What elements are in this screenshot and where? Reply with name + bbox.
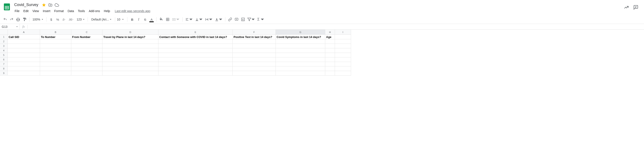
cell-E7[interactable] <box>158 62 233 66</box>
cell-G5[interactable] <box>276 53 325 57</box>
filter-button[interactable] <box>246 16 256 23</box>
font-family-dropdown[interactable]: Default (Ari... <box>90 18 113 21</box>
cell-G8[interactable] <box>276 66 325 71</box>
cell-I4[interactable] <box>335 48 351 53</box>
cell-D3[interactable] <box>102 44 158 48</box>
cell-G3[interactable] <box>276 44 325 48</box>
cell-A2[interactable] <box>8 39 40 44</box>
cell-D5[interactable] <box>102 53 158 57</box>
cell-G7[interactable] <box>276 62 325 66</box>
cell-A3[interactable] <box>8 44 40 48</box>
row-header-2[interactable]: 2 <box>0 39 8 44</box>
sheets-logo[interactable] <box>2 3 11 11</box>
cell-G6[interactable] <box>276 57 325 62</box>
cell-F1[interactable]: Positive Test in last 14 days? <box>233 35 276 39</box>
menu-format[interactable]: Format <box>52 9 66 14</box>
column-header-I[interactable]: I <box>335 30 351 35</box>
cell-D1[interactable]: Travel by Plane in last 14 days? <box>102 35 158 39</box>
menu-addons[interactable]: Add-ons <box>87 9 102 14</box>
cell-C6[interactable] <box>71 57 102 62</box>
cell-C1[interactable]: From Number <box>71 35 102 39</box>
decrease-decimal-button[interactable]: .0← <box>61 16 67 23</box>
currency-button[interactable]: $ <box>48 16 54 23</box>
cell-D4[interactable] <box>102 48 158 53</box>
cell-I6[interactable] <box>335 57 351 62</box>
cloud-status-icon[interactable] <box>55 3 59 7</box>
column-header-F[interactable]: F <box>233 30 276 35</box>
cell-H6[interactable] <box>325 57 335 62</box>
cell-E6[interactable] <box>158 57 233 62</box>
cell-H1[interactable]: Age <box>325 35 335 39</box>
zoom-dropdown[interactable]: 100% <box>31 18 44 21</box>
column-header-H[interactable]: H <box>325 30 335 35</box>
cell-C8[interactable] <box>71 66 102 71</box>
row-header-7[interactable]: 7 <box>0 62 8 66</box>
column-header-A[interactable]: A <box>8 30 40 35</box>
insert-comment-button[interactable] <box>234 16 240 23</box>
cell-F3[interactable] <box>233 44 276 48</box>
cell-I3[interactable] <box>335 44 351 48</box>
menu-tools[interactable]: Tools <box>76 9 87 14</box>
cell-G2[interactable] <box>276 39 325 44</box>
doc-title[interactable]: Covid_Survey <box>13 2 40 8</box>
cell-D8[interactable] <box>102 66 158 71</box>
cell-C7[interactable] <box>71 62 102 66</box>
last-edit-link[interactable]: Last edit was seconds ago <box>115 9 150 13</box>
row-header-1[interactable]: 1 <box>0 35 8 39</box>
font-size-dropdown[interactable]: 10 <box>117 18 126 21</box>
print-button[interactable] <box>15 16 21 23</box>
undo-button[interactable] <box>2 16 8 23</box>
cell-E1[interactable]: Contact with Someone with COVID in last … <box>158 35 233 39</box>
cell-A6[interactable] <box>8 57 40 62</box>
activity-icon[interactable] <box>624 5 629 10</box>
borders-button[interactable] <box>165 16 171 23</box>
cell-G9[interactable] <box>276 71 325 76</box>
comments-icon[interactable] <box>633 5 638 10</box>
name-box[interactable]: G13 <box>0 24 20 29</box>
cell-H9[interactable] <box>325 71 335 76</box>
cell-E2[interactable] <box>158 39 233 44</box>
cell-C4[interactable] <box>71 48 102 53</box>
row-header-6[interactable]: 6 <box>0 57 8 62</box>
cell-F4[interactable] <box>233 48 276 53</box>
row-header-8[interactable]: 8 <box>0 66 8 71</box>
cell-H2[interactable] <box>325 39 335 44</box>
cell-A9[interactable] <box>8 71 40 76</box>
column-header-C[interactable]: C <box>71 30 102 35</box>
text-color-button[interactable]: A <box>148 16 154 23</box>
functions-button[interactable]: Σ <box>256 16 265 23</box>
cell-B5[interactable] <box>40 53 71 57</box>
column-header-B[interactable]: B <box>40 30 71 35</box>
cell-A7[interactable] <box>8 62 40 66</box>
menu-file[interactable]: File <box>13 9 21 14</box>
cell-I9[interactable] <box>335 71 351 76</box>
cell-H4[interactable] <box>325 48 335 53</box>
cell-I5[interactable] <box>335 53 351 57</box>
cell-E8[interactable] <box>158 66 233 71</box>
star-icon[interactable] <box>42 3 46 7</box>
menu-insert[interactable]: Insert <box>41 9 52 14</box>
menu-data[interactable]: Data <box>66 9 76 14</box>
cell-A5[interactable] <box>8 53 40 57</box>
cell-B6[interactable] <box>40 57 71 62</box>
cell-C9[interactable] <box>71 71 102 76</box>
horizontal-align-button[interactable] <box>184 16 194 23</box>
more-formats-dropdown[interactable]: 123 <box>75 18 86 21</box>
cell-D9[interactable] <box>102 71 158 76</box>
percent-button[interactable]: % <box>55 16 61 23</box>
cell-H3[interactable] <box>325 44 335 48</box>
menu-view[interactable]: View <box>31 9 41 14</box>
cell-E9[interactable] <box>158 71 233 76</box>
cell-I1[interactable] <box>335 35 351 39</box>
cell-G1[interactable]: Covid Symptoms in last 14 days? <box>276 35 325 39</box>
cell-H7[interactable] <box>325 62 335 66</box>
cell-A4[interactable] <box>8 48 40 53</box>
cell-D7[interactable] <box>102 62 158 66</box>
cell-B7[interactable] <box>40 62 71 66</box>
italic-button[interactable]: I <box>136 16 142 23</box>
menu-edit[interactable]: Edit <box>22 9 30 14</box>
column-header-E[interactable]: E <box>158 30 233 35</box>
column-header-D[interactable]: D <box>102 30 158 35</box>
cell-I7[interactable] <box>335 62 351 66</box>
increase-decimal-button[interactable]: .00→ <box>68 16 75 23</box>
